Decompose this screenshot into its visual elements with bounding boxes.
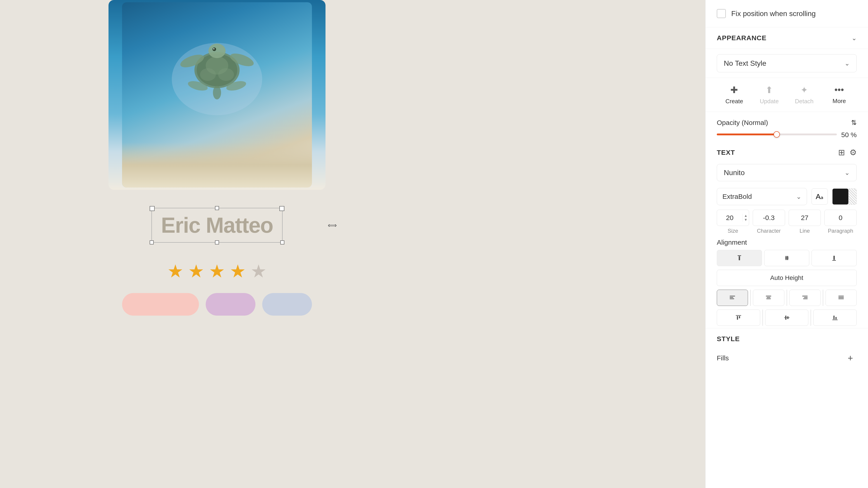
text-selection-box[interactable]: Eric Matteo	[151, 208, 282, 242]
card-container: Eric Matteo ⟺ ★ ★ ★ ★ ★	[36, 0, 398, 316]
vert-align-top-btn[interactable]	[717, 310, 760, 326]
right-panel: Fix position when scrolling APPEARANCE ⌄…	[705, 0, 868, 488]
svg-rect-20	[833, 256, 835, 260]
alignment-section: Alignment	[706, 236, 868, 328]
size-down-arrow[interactable]: ▼	[743, 218, 749, 222]
more-button[interactable]: ••• More	[826, 85, 853, 105]
auto-height-label: Auto Height	[770, 274, 803, 282]
size-up-arrow[interactable]: ▲	[743, 214, 749, 218]
opacity-value-row: 50 %	[717, 131, 857, 139]
svg-rect-36	[784, 318, 789, 318]
appearance-chevron-icon[interactable]: ⌄	[851, 34, 857, 42]
text-layers-icon[interactable]: ⊞	[838, 148, 845, 157]
paragraph-input[interactable]: 0	[825, 210, 857, 226]
line-input[interactable]: 27	[789, 210, 821, 226]
svg-point-6	[209, 43, 225, 58]
align-middle-btn[interactable]	[764, 250, 809, 266]
person-name-text[interactable]: Eric Matteo	[161, 213, 273, 237]
font-weight-dropdown[interactable]: ExtraBold ⌄	[717, 188, 807, 205]
opacity-value: 50 %	[841, 131, 857, 139]
resize-cursor-icon: ⟺	[328, 222, 337, 229]
text-section-icons: ⊞ ⚙	[838, 148, 857, 157]
svg-rect-35	[739, 316, 740, 318]
detach-button[interactable]: ✦ Detach	[791, 85, 818, 105]
update-icon: ⬆	[765, 85, 773, 95]
character-value: -0.3	[763, 214, 775, 222]
svg-rect-29	[803, 298, 808, 299]
align-bottom-btn[interactable]	[811, 250, 857, 266]
add-fill-button[interactable]: +	[844, 352, 857, 364]
text-align-center-btn[interactable]	[753, 290, 784, 306]
svg-rect-24	[766, 296, 771, 296]
font-weight-chevron-icon: ⌄	[796, 193, 801, 200]
opacity-slider[interactable]	[717, 133, 837, 136]
paragraph-input-group: 0 Paragraph	[825, 210, 857, 234]
opacity-adjust-icon[interactable]: ⇅	[851, 119, 857, 127]
vertical-text-align-row	[717, 310, 857, 326]
appearance-title: APPEARANCE	[717, 34, 767, 42]
handle-top-middle[interactable]	[215, 206, 219, 210]
opacity-slider-track	[717, 133, 837, 135]
font-name-label: Nunito	[724, 168, 745, 177]
handle-bottom-middle[interactable]	[215, 240, 219, 245]
color-swatch[interactable]	[832, 188, 848, 205]
svg-rect-14	[738, 255, 741, 256]
fix-position-checkbox[interactable]	[717, 9, 726, 18]
star-2[interactable]: ★	[188, 261, 204, 282]
align-top-btn[interactable]	[717, 250, 762, 266]
color-opacity-swatch[interactable]	[848, 188, 857, 205]
star-3[interactable]: ★	[209, 261, 225, 282]
text-align-right-btn[interactable]	[789, 290, 820, 306]
align-top-icon	[736, 254, 743, 262]
text-style-dropdown[interactable]: No Text Style ⌄	[717, 54, 857, 72]
star-5[interactable]: ★	[250, 261, 267, 282]
size-input[interactable]: 20 ▲ ▼	[717, 210, 749, 226]
pill-pink[interactable]	[122, 293, 199, 316]
text-section-header: TEXT ⊞ ⚙	[706, 141, 868, 162]
opacity-label: Opacity (Normal)	[717, 119, 768, 127]
pill-mauve[interactable]	[206, 293, 255, 316]
svg-rect-17	[785, 256, 786, 260]
character-input-group: -0.3 Character	[753, 210, 785, 234]
handle-bottom-right[interactable]	[280, 240, 284, 245]
font-size-icon-button[interactable]: Aₐ	[811, 188, 828, 205]
create-button[interactable]: ✚ Create	[721, 85, 748, 105]
opacity-slider-thumb[interactable]	[774, 131, 780, 138]
svg-rect-39	[832, 320, 838, 320]
weight-row: ExtraBold ⌄ Aₐ	[706, 186, 868, 207]
svg-point-5	[218, 68, 234, 81]
text-section-title: TEXT	[717, 149, 735, 156]
opacity-header: Opacity (Normal) ⇅	[717, 119, 857, 127]
stars-rating[interactable]: ★ ★ ★ ★ ★	[108, 261, 326, 282]
size-label: Size	[727, 228, 738, 234]
text-align-right-icon	[802, 294, 808, 301]
vert-align-middle-btn[interactable]	[765, 310, 809, 326]
vertical-align-row	[717, 250, 857, 266]
character-input[interactable]: -0.3	[753, 210, 785, 226]
action-row: ✚ Create ⬆ Update ✦ Detach ••• More	[706, 78, 868, 112]
svg-rect-38	[787, 316, 788, 319]
svg-rect-21	[730, 296, 735, 296]
vert-align-bottom-icon	[832, 314, 838, 321]
svg-rect-19	[832, 260, 836, 261]
ocean-card[interactable]	[108, 0, 326, 190]
font-dropdown[interactable]: Nunito ⌄	[717, 164, 857, 181]
text-align-justify-btn[interactable]	[826, 290, 857, 306]
text-settings-icon[interactable]: ⚙	[849, 148, 857, 157]
pill-blue[interactable]	[262, 293, 312, 316]
svg-rect-30	[838, 296, 844, 296]
fills-row: Fills +	[717, 347, 857, 369]
auto-height-button[interactable]: Auto Height	[717, 270, 857, 286]
svg-rect-15	[739, 256, 740, 260]
vert-align-middle-icon	[783, 314, 790, 321]
more-icon: •••	[835, 85, 844, 95]
star-4[interactable]: ★	[230, 261, 246, 282]
appearance-section-header[interactable]: APPEARANCE ⌄	[706, 27, 868, 49]
star-1[interactable]: ★	[167, 261, 184, 282]
font-weight-label: ExtraBold	[722, 193, 752, 200]
align-middle-icon	[783, 254, 790, 262]
handle-bottom-left[interactable]	[150, 240, 154, 245]
text-align-left-btn[interactable]	[717, 290, 748, 306]
vert-align-bottom-btn[interactable]	[813, 310, 857, 326]
update-button[interactable]: ⬆ Update	[756, 85, 783, 105]
